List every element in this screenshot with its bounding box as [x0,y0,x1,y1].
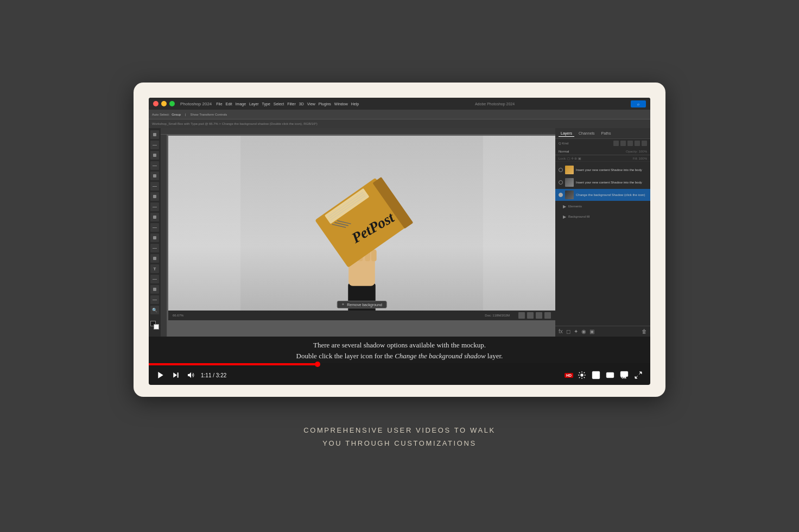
svg-marker-18 [158,372,163,378]
menu-view[interactable]: View [307,102,315,106]
ps-filter-q: Q Kind [559,142,568,145]
menu-image[interactable]: Image [236,102,246,106]
tool-history[interactable] [150,213,159,221]
layer-thumb-1 [565,166,574,174]
caption-end: layer. [486,352,503,360]
volume-button[interactable] [186,370,196,381]
layer-eye-3[interactable] [559,193,563,197]
headline-line2: YOU THROUGH CUSTOMIZATIONS [303,437,496,449]
play-button[interactable] [155,370,166,381]
layer-item-2[interactable]: Insert your new content Shadow into the … [555,176,650,188]
traffic-lights [153,101,175,106]
ps-right-panel: Layers Channels Paths Q Kind [555,128,650,337]
menu-type[interactable]: Type [262,102,270,106]
caption-italic: Change the background shadow [395,352,485,360]
layer-thumb-3 [565,191,574,199]
ps-main: T 🔍 [149,128,650,337]
ps-app-name: Photoshop 2024 [180,102,212,106]
layer-group-elements[interactable]: ▶ Elements [555,201,650,211]
close-btn[interactable] [153,101,158,106]
tool-hand[interactable] [150,295,159,304]
svg-rect-24 [596,376,599,378]
subtitle-text: There are several shadow options availab… [160,340,639,361]
tab-layers[interactable]: Layers [559,130,574,137]
tab-paths[interactable]: Paths [599,130,613,136]
menu-file[interactable]: File [216,102,222,106]
menu-filter[interactable]: Filter [287,102,296,106]
tool-shape[interactable] [150,285,159,294]
ps-opt-transform: Show Transform Controls [191,113,227,116]
ps-search-btn[interactable]: ⌕ [631,100,646,107]
tab-channels[interactable]: Channels [576,130,597,136]
svg-marker-21 [188,372,191,378]
time-display: 1:11 / 3:22 [201,372,226,378]
video-wrapper: Photoshop 2024 File Edit Image Layer Typ… [134,83,665,397]
tool-path[interactable] [150,275,159,283]
fullscreen-button[interactable] [633,370,644,381]
ps-opt-label: Auto Select: [152,113,169,116]
tool-stamp[interactable] [150,202,159,211]
ps-breadcrumb: Workshop_Small Box with Type.psd @ 66.7%… [149,119,650,128]
ps-toolbar: T 🔍 [149,128,161,337]
tool-type[interactable]: T [150,264,159,273]
tool-dodge[interactable] [150,244,159,252]
svg-rect-20 [177,372,179,377]
layer-name-2: Insert your new content Shadow into the … [576,181,647,184]
tool-pen[interactable] [150,254,159,263]
menu-help[interactable]: Help [351,102,359,106]
progress-fill [149,363,318,365]
tool-lasso[interactable] [150,151,159,160]
maximize-btn[interactable] [169,101,175,106]
headline-line1: COMPREHENSIVE USER VIDEOS TO WALK [303,424,496,436]
ps-remove-bg-btn[interactable]: ✦ Remove background [337,301,387,308]
layer-group-bg[interactable]: ▶ Background fill [555,212,650,221]
layer-tool-1[interactable] [613,141,619,146]
layer-tool-2[interactable] [620,141,626,146]
tool-crop[interactable] [150,161,159,170]
layer-eye-2[interactable] [559,180,563,185]
ps-title: Adobe Photoshop 2024 [360,102,630,106]
cast-button[interactable] [619,370,630,381]
progress-thumb [315,362,320,367]
tool-move[interactable] [150,130,159,139]
tool-brush[interactable] [150,192,159,201]
menu-select[interactable]: Select [274,102,284,106]
layer-item-1[interactable]: Insert your new content Shadow into the … [555,164,650,176]
headline-section: COMPREHENSIVE USER VIDEOS TO WALK YOU TH… [303,419,496,449]
caption-line2: Double click the layer icon for the [296,352,395,360]
tool-eraser[interactable] [150,223,159,232]
tool-gradient[interactable] [150,233,159,242]
menu-plugins[interactable]: Plugins [319,102,331,106]
svg-rect-25 [606,372,613,377]
menu-window[interactable]: Window [334,102,348,106]
ps-zoom-level: 66.67% [173,314,183,317]
tool-eyedrop[interactable] [150,172,159,180]
ps-canvas[interactable]: PetPost ✦ Remove background [168,136,555,320]
tool-select[interactable] [150,141,159,149]
subtitle-area: There are several shadow options availab… [149,337,650,363]
minimize-btn[interactable] [161,101,167,106]
layer-item-3[interactable]: Change the background Shadow (click the … [555,189,650,201]
video-controls: 1:11 / 3:22 HD [149,365,650,385]
menu-edit[interactable]: Edit [226,102,232,106]
layer-tool-5[interactable] [642,141,647,146]
ps-menubar: Photoshop 2024 File Edit Image Layer Typ… [149,98,650,110]
next-button[interactable] [170,370,181,381]
layer-name-3: Change the background Shadow (click the … [576,193,647,197]
layer-name-1: Insert your new content Shadow into the … [576,168,647,172]
svg-marker-19 [173,372,177,377]
menu-3d[interactable]: 3D [299,102,304,106]
ps-screen: Photoshop 2024 File Edit Image Layer Typ… [149,98,650,337]
layer-eye-1[interactable] [559,168,563,172]
layer-tool-3[interactable] [627,141,633,146]
menu-layer[interactable]: Layer [249,102,259,106]
theater-button[interactable] [605,370,616,381]
tool-heal[interactable] [150,182,159,191]
layer-tool-4[interactable] [635,141,640,146]
miniplayer-button[interactable] [591,370,601,381]
tool-zoom[interactable]: 🔍 [150,306,159,314]
settings-button[interactable] [576,370,587,381]
caption-line1: There are several shadow options availab… [313,341,486,349]
ps-ruler-left [161,135,167,337]
ps-statusbar: 66.67% Doc: 118M/202M [168,311,555,320]
